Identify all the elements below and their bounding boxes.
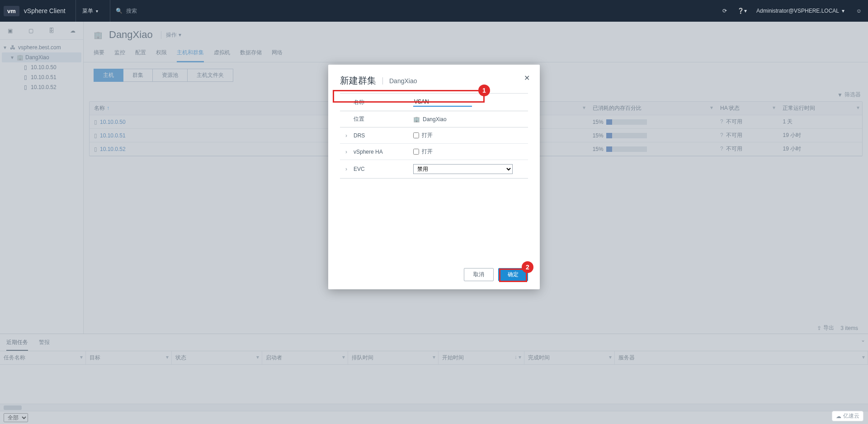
close-icon[interactable]: ✕ [524,74,530,82]
modal-title: 新建群集 [340,75,376,87]
field-evc[interactable]: ›EVC 禁用 [340,160,528,179]
chevron-right-icon: › [345,166,351,172]
global-search[interactable]: 🔍 搜索 [110,0,719,22]
evc-select[interactable]: 禁用 [413,164,513,174]
field-name: 名称 [340,94,528,111]
new-cluster-dialog: 新建群集 DangXiao ✕ 名称 位置 🏢DangXiao ›DRS 打开 … [328,65,540,289]
datacenter-icon: 🏢 [413,116,420,122]
field-ha[interactable]: ›vSphere HA 打开 [340,144,528,160]
evc-field-label: EVC [354,166,365,172]
search-icon: 🔍 [116,8,123,14]
modal-buttons: 取消 确定 [340,260,528,281]
field-location: 位置 🏢DangXiao [340,111,528,127]
chevron-down-icon: ▾ [96,9,98,14]
cluster-name-input[interactable] [413,98,472,107]
top-bar: vm vSphere Client 菜单 ▾ 🔍 搜索 ⟳ ❔▾ Adminis… [0,0,868,22]
cloud-icon: ☁ [836,413,841,419]
menu-label: 菜单 [82,7,93,15]
location-field-label: 位置 [354,115,364,123]
help-icon[interactable]: ❔▾ [736,8,747,14]
menu-dropdown[interactable]: 菜单 ▾ [75,0,104,22]
location-value: DangXiao [423,116,447,122]
vmware-logo: vm [4,6,19,16]
ha-toggle[interactable] [413,149,419,155]
cancel-button[interactable]: 取消 [464,268,494,281]
chevron-down-icon: ▾ [842,8,844,14]
drs-field-label: DRS [354,132,365,139]
modal-form: 名称 位置 🏢DangXiao ›DRS 打开 ›vSphere HA 打开 ›… [340,93,528,179]
field-drs[interactable]: ›DRS 打开 [340,127,528,144]
smiley-icon[interactable]: ☺ [854,8,864,14]
modal-overlay: 新建群集 DangXiao ✕ 名称 位置 🏢DangXiao ›DRS 打开 … [0,22,868,424]
drs-toggle[interactable] [413,132,419,138]
ha-toggle-label: 打开 [422,148,433,155]
user-menu[interactable]: Administrator@VSPHERE.LOCAL ▾ [754,8,847,14]
ha-field-label: vSphere HA [354,149,383,155]
modal-breadcrumb: DangXiao [382,77,417,85]
refresh-icon[interactable]: ⟳ [719,8,730,14]
drs-toggle-label: 打开 [422,132,433,139]
brand-label: vSphere Client [24,7,66,14]
watermark: ☁ 亿速云 [832,411,863,421]
search-placeholder: 搜索 [126,7,137,15]
chevron-right-icon: › [345,132,351,139]
name-field-label: 名称 [354,99,364,106]
user-label: Administrator@VSPHERE.LOCAL [756,8,839,14]
chevron-right-icon: › [345,149,351,155]
ok-button[interactable]: 确定 [498,268,528,281]
